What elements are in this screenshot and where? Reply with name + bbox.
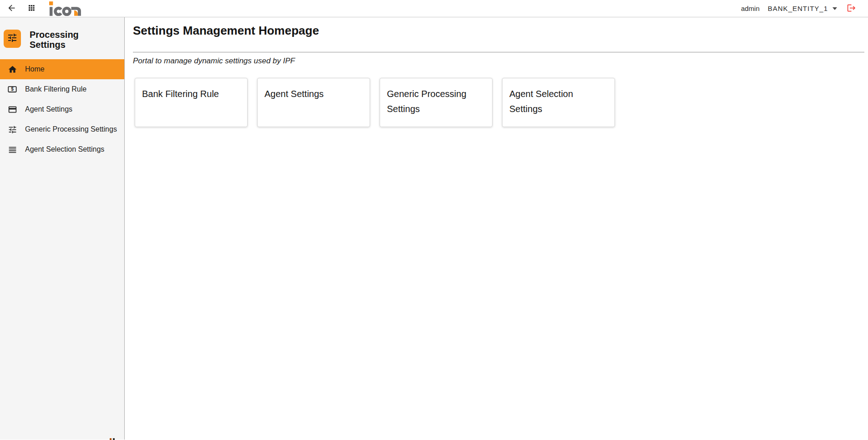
topbar-right-group: admin BANK_ENTITY_1 <box>741 3 857 15</box>
money-icon: $ <box>7 84 18 95</box>
sidebar-overflow-dots <box>110 438 115 440</box>
card-label: Agent Settings <box>264 87 363 102</box>
sidebar-header: Processing Settings <box>0 17 124 59</box>
logout-button[interactable] <box>845 3 857 15</box>
card-agent-settings[interactable]: Agent Settings <box>257 78 370 127</box>
entity-dropdown[interactable]: BANK_ENTITY_1 <box>768 5 845 12</box>
page-title: Settings Management Homepage <box>133 17 868 38</box>
sidebar-item-agent-settings[interactable]: Agent Settings <box>0 99 124 119</box>
sidebar-item-label: Agent Selection Settings <box>25 145 104 153</box>
tune-icon <box>7 124 18 135</box>
sidebar-title: Processing Settings <box>30 30 98 50</box>
top-bar: admin BANK_ENTITY_1 <box>0 0 868 17</box>
apps-menu-button[interactable] <box>25 2 38 15</box>
back-arrow-icon <box>7 3 16 14</box>
logout-icon <box>847 3 856 14</box>
sidebar-item-generic-processing-settings[interactable]: Generic Processing Settings <box>0 119 124 139</box>
apps-grid-icon <box>28 4 35 13</box>
chevron-down-icon <box>832 7 837 10</box>
sidebar-item-agent-selection-settings[interactable]: Agent Selection Settings <box>0 139 124 159</box>
card-generic-processing-settings[interactable]: Generic Processing Settings <box>380 78 492 127</box>
card-label: Agent Selection Settings <box>509 87 608 117</box>
sidebar-item-label: Bank Filtering Rule <box>25 85 86 93</box>
icon-logo <box>49 1 86 16</box>
sidebar: Processing Settings Home $ Bank Filterin… <box>0 17 125 440</box>
reorder-icon <box>7 144 18 155</box>
back-button[interactable] <box>5 2 18 15</box>
credit-card-icon <box>7 104 18 115</box>
processing-settings-badge <box>4 30 21 48</box>
sidebar-item-home[interactable]: Home <box>0 59 124 79</box>
card-label: Bank Filtering Rule <box>142 87 240 102</box>
sidebar-item-label: Agent Settings <box>25 105 72 113</box>
card-bank-filtering-rule[interactable]: Bank Filtering Rule <box>135 78 248 127</box>
main-content: Settings Management Homepage Portal to m… <box>125 17 868 440</box>
user-name: admin <box>741 5 760 12</box>
entity-dropdown-value: BANK_ENTITY_1 <box>768 5 828 12</box>
svg-text:$: $ <box>11 87 14 92</box>
sidebar-item-bank-filtering-rule[interactable]: $ Bank Filtering Rule <box>0 79 124 99</box>
tune-icon <box>7 32 18 45</box>
title-divider <box>133 52 864 52</box>
settings-cards-row: Bank Filtering Rule Agent Settings Gener… <box>135 78 868 127</box>
home-icon <box>7 64 18 75</box>
sidebar-item-label: Generic Processing Settings <box>25 125 117 133</box>
page-subtitle: Portal to manage dynamic settings used b… <box>133 56 868 66</box>
card-label: Generic Processing Settings <box>387 87 485 117</box>
sidebar-item-label: Home <box>25 65 45 73</box>
card-agent-selection-settings[interactable]: Agent Selection Settings <box>502 78 615 127</box>
